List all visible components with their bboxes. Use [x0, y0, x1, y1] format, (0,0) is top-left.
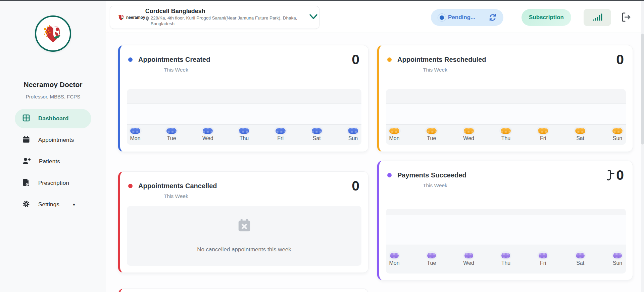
refresh-icon[interactable]: [489, 13, 497, 22]
card-appointments-cancelled: Appointments Cancelled 0 This Week No ca…: [118, 171, 368, 273]
chevron-down-icon[interactable]: [309, 14, 318, 21]
sidebar-item-label: Dashboard: [38, 115, 69, 122]
analytics-button[interactable]: [584, 9, 611, 26]
sidebar-menu: Dashboard Appointments: [0, 109, 106, 216]
sidebar-item-label: Prescription: [38, 180, 69, 186]
gear-icon: [22, 200, 30, 210]
subscription-status-badge[interactable]: Pending...: [431, 9, 503, 26]
bar-mon: [390, 253, 399, 258]
clinic-logo-text: neeramoy: [126, 15, 145, 20]
card-partial-next: [118, 289, 368, 292]
rescheduled-count: 0: [616, 53, 624, 67]
bar-thu: [501, 253, 510, 258]
chart-day-fri: Fri: [535, 245, 551, 274]
chart-day-wed: Wed: [461, 245, 477, 274]
main-content: Appointments Created 0 This Week Mon Tue…: [106, 33, 641, 292]
card-title: Appointments Created: [138, 56, 210, 64]
bar-thu: [501, 128, 511, 134]
sidebar-item-prescription[interactable]: Prescription: [15, 173, 91, 193]
chart-day-thu: Thu: [498, 245, 513, 274]
sidebar-item-label: Appointments: [38, 137, 74, 143]
clinic-selector[interactable]: neeramoy Cordcell Bangladesh 228/Ka, 4th…: [110, 6, 319, 29]
card-subtitle: This Week: [164, 193, 188, 199]
sidebar-item-appointments[interactable]: Appointments: [15, 130, 91, 150]
settings-caret-icon[interactable]: ▼: [72, 203, 76, 207]
cancelled-dot-icon: [128, 184, 133, 188]
clinic-address: 228/Ka, 4th floor, Kuril Progoti Sarani(…: [151, 15, 306, 27]
card-title: Appointments Cancelled: [138, 182, 217, 190]
chart-day-fri: Fri: [273, 125, 288, 145]
chart-day-mon: Mon: [128, 125, 143, 145]
card-appointments-rescheduled: Appointments Rescheduled 0 This Week Mon…: [377, 45, 633, 152]
bar-fri: [276, 128, 286, 134]
card-subtitle: This Week: [423, 182, 447, 189]
status-dot-icon: [440, 15, 444, 20]
card-title: Appointments Rescheduled: [397, 56, 486, 64]
cancelled-empty-state: No cancelled appointments this week: [127, 206, 361, 266]
card-subtitle: This Week: [164, 67, 188, 73]
location-pin-icon: [145, 16, 149, 27]
chart-day-mon: Mon: [387, 125, 402, 145]
card-subtitle: This Week: [423, 67, 447, 73]
scrollbar[interactable]: [641, 1, 644, 292]
pending-status-label: Pending...: [448, 14, 475, 21]
sidebar-item-label: Patients: [39, 158, 60, 165]
chart-day-wed: Wed: [200, 125, 215, 145]
chart-day-sun: Sun: [345, 125, 361, 145]
bar-sat: [312, 128, 322, 134]
cancelled-empty-text: No cancelled appointments this week: [197, 246, 291, 253]
calendar-x-icon: [237, 217, 252, 234]
chart-day-fri: Fri: [535, 125, 551, 145]
bar-wed: [203, 128, 213, 134]
chart-day-mon: Mon: [387, 245, 402, 274]
calendar-icon: [22, 135, 30, 145]
rescheduled-week-chart: Mon Tue Wed Thu Fri Sat Sun: [386, 89, 626, 145]
bar-sun: [613, 253, 622, 258]
bar-tue: [427, 253, 436, 258]
chart-day-tue: Tue: [424, 125, 439, 145]
doctor-avatar: [35, 15, 71, 52]
chart-day-sun: Sun: [610, 125, 625, 145]
bar-fri: [539, 253, 547, 258]
doctor-name: Neeramoy Doctor: [0, 81, 106, 89]
chart-day-sat: Sat: [573, 125, 588, 145]
bar-mon: [130, 128, 140, 134]
chart-day-sat: Sat: [573, 245, 588, 274]
chart-day-sat: Sat: [309, 125, 325, 145]
file-plus-icon: [22, 178, 30, 189]
bar-thu: [239, 128, 249, 134]
payments-week-chart: Mon Tue Wed Thu Fri Sat Sun: [386, 209, 626, 274]
person-plus-icon: [22, 157, 31, 167]
bar-tue: [166, 128, 177, 134]
bar-chart-icon: [592, 13, 602, 22]
clinic-logo: neeramoy: [117, 13, 145, 21]
chart-day-thu: Thu: [498, 125, 513, 145]
subscription-button[interactable]: Subscription: [522, 9, 571, 26]
chart-day-thu: Thu: [236, 125, 252, 145]
logout-button[interactable]: [620, 12, 632, 23]
bar-wed: [464, 128, 474, 134]
chart-day-tue: Tue: [424, 245, 439, 274]
bar-fri: [538, 128, 548, 134]
payments-value: 0: [616, 168, 624, 182]
chart-day-tue: Tue: [164, 125, 179, 145]
sidebar-item-patients[interactable]: Patients: [15, 152, 91, 171]
chart-day-wed: Wed: [461, 125, 477, 145]
card-appointments-created: Appointments Created 0 This Week Mon Tue…: [118, 45, 368, 152]
taka-currency-icon: [606, 169, 615, 181]
payments-amount: 0: [606, 168, 624, 182]
card-title: Payments Succeeded: [397, 171, 466, 179]
created-week-chart: Mon Tue Wed Thu Fri Sat Sun: [127, 89, 361, 145]
scrollbar-thumb[interactable]: [641, 34, 644, 144]
sidebar-item-label: Settings: [38, 201, 59, 208]
bar-sun: [348, 128, 358, 134]
card-payments-succeeded: Payments Succeeded 0 This Week Mon: [377, 161, 633, 280]
sidebar-item-settings[interactable]: Settings ▼: [15, 195, 91, 214]
bar-tue: [427, 128, 437, 134]
sidebar-item-dashboard[interactable]: Dashboard: [15, 109, 91, 128]
window-top-edge: [0, 0, 644, 1]
bar-wed: [464, 253, 473, 258]
cancelled-count: 0: [352, 179, 359, 193]
sidebar: Neeramoy Doctor Professor, MBBS, FCPS Da…: [0, 1, 106, 292]
clinic-info: Cordcell Bangladesh 228/Ka, 4th floor, K…: [145, 8, 309, 27]
